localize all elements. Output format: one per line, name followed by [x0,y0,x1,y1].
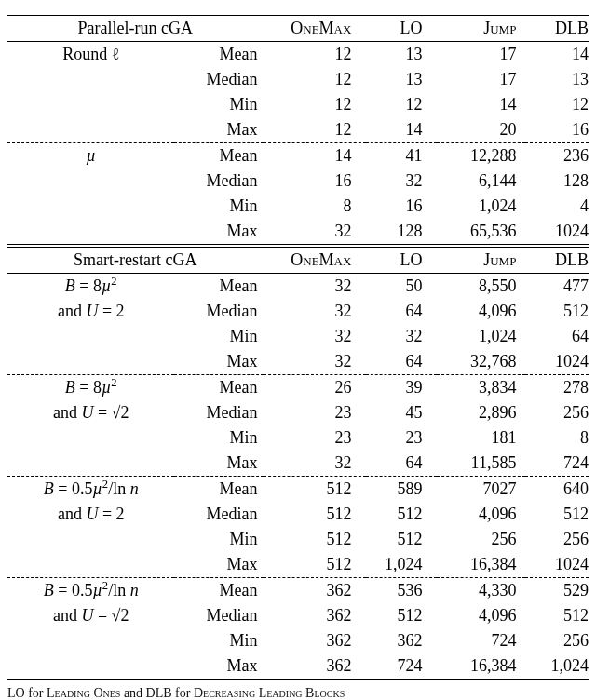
panel0-header-row: Parallel-run cGA OneMax LO Jump DLB [7,16,589,42]
table-row: Round ℓ Mean 12 13 17 14 [7,42,589,68]
footnote: LO for Leading Ones and DLB for Decreasi… [7,686,589,700]
panel0-header-f: DLB [525,16,589,42]
group-label: B = 8µ2 [7,274,174,300]
table-row: Min12121412 [7,92,589,117]
panel1-header-row: Smart-restart cGA OneMax LO Jump DLB [7,246,589,274]
table-row: B = 0.5µ2/ln n Mean 5125897027640 [7,477,589,503]
panel1-header-a: Smart-restart cGA [7,246,264,274]
group-label: B = 0.5µ2/ln n [7,477,174,503]
group-label: B = 0.5µ2/ln n [7,578,174,604]
group-label2: and U = 2 [7,502,174,527]
table-row: Max326432,7681024 [7,349,589,375]
table-row: Min512512256256 [7,527,589,552]
table-row: B = 8µ2 Mean 32508,550477 [7,274,589,300]
panel0-header-c: OneMax [264,16,367,42]
table-row: Max5121,02416,3841024 [7,552,589,578]
stat-name: Mean [174,42,263,68]
panel0-header-e: Jump [437,16,525,42]
table-row: Max12142016 [7,117,589,143]
table-row: Min8161,0244 [7,194,589,219]
table-row: Max326411,585724 [7,451,589,477]
group-label: Round ℓ [7,42,174,68]
table-row: and U = √2Median23452,896256 [7,400,589,425]
group-label2: and U = √2 [7,603,174,628]
group-label2: and U = √2 [7,400,174,425]
table-row: Min362362724256 [7,628,589,653]
table-row: Median16326,144128 [7,168,589,194]
table-row: and U = √2Median3625124,096512 [7,603,589,628]
table-row: Max36272416,3841,024 [7,653,589,680]
table-row: and U = 2Median5125124,096512 [7,502,589,527]
table-row: µ Mean 144112,288236 [7,143,589,169]
panel0-header-a: Parallel-run cGA [7,16,264,42]
table-row: and U = 2Median32644,096512 [7,299,589,324]
group-label: B = 8µ2 [7,375,174,401]
group-label2: and U = 2 [7,299,174,324]
panel0-header-d: LO [366,16,437,42]
table-row: B = 0.5µ2/ln n Mean 3625364,330529 [7,578,589,604]
table-row: Max3212865,5361024 [7,219,589,246]
table-row: Min32321,02464 [7,324,589,349]
table-row: Min23231818 [7,425,589,451]
group-label: µ [7,143,174,169]
results-table: Parallel-run cGA OneMax LO Jump DLB Roun… [7,15,589,680]
table-row: Median12131713 [7,67,589,92]
table-row: B = 8µ2 Mean 26393,834278 [7,375,589,401]
